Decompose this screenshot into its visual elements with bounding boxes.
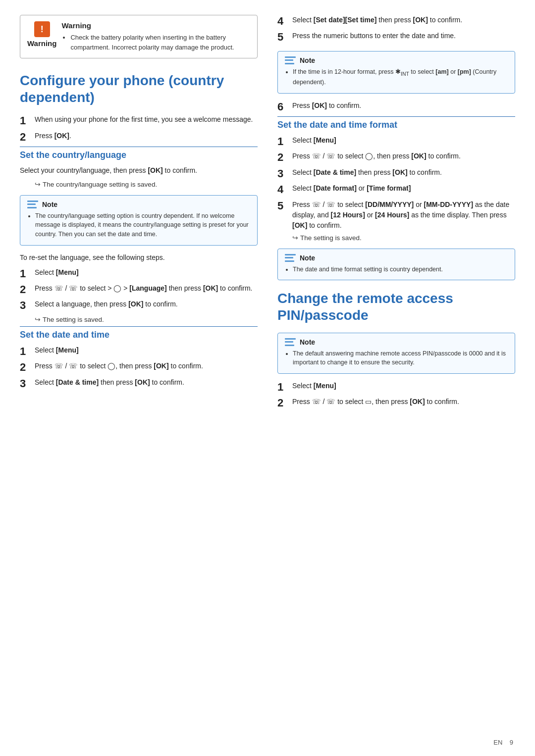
note-header: Note xyxy=(285,56,508,64)
step-item: 4 Select [Date format] or [Time format] xyxy=(277,183,515,196)
step-item: 4 Select [Set date][Set time] then press… xyxy=(277,15,515,28)
step-item: 1 Select [Menu] xyxy=(20,267,258,280)
footer-lang: EN xyxy=(493,739,502,746)
step-item: 2 Press ☏ / ☏ to select ▭, then press [O… xyxy=(277,397,515,409)
note-icon xyxy=(285,56,296,64)
change-pin-title: Change the remote access PIN/passcode xyxy=(277,290,515,323)
step-item: 3 Select a language, then press [OK] to … xyxy=(20,299,258,312)
step-item: 3 Select [Date & time] then press [OK] t… xyxy=(20,377,258,390)
note-icon xyxy=(285,254,296,262)
change-pin-steps: 1 Select [Menu] 2 Press ☏ / ☏ to select … xyxy=(277,381,515,410)
re-set-steps: 1 Select [Menu] 2 Press ☏ / ☏ to select … xyxy=(20,267,258,312)
country-note-box: Note The country/language setting option… xyxy=(20,195,258,246)
set-date-format-steps: 1 Select [Menu] 2 Press ☏ / ☏ to select … xyxy=(277,135,515,231)
warning-box: ! Warning Warning Check the battery pola… xyxy=(20,15,258,58)
re-set-intro: To re-set the language, see the followin… xyxy=(20,252,258,263)
configure-title: Configure your phone (country dependent) xyxy=(20,72,258,105)
configure-steps: 1 When using your phone for the first ti… xyxy=(20,114,258,144)
step-item: 1 Select [Menu] xyxy=(20,345,258,358)
set-country-title: Set the country/language xyxy=(20,147,258,160)
step-item: 1 When using your phone for the first ti… xyxy=(20,114,258,127)
step-item: 2 Press ☏ / ☏ to select ◯, then press [O… xyxy=(277,151,515,164)
step-item: 2 Press ☏ / ☏ to select > ◯ > [Language]… xyxy=(20,283,258,296)
date-format-note-text: The date and time format setting is coun… xyxy=(285,265,508,274)
footer-page: 9 xyxy=(510,739,513,746)
date-time-note-text: If the time is in 12-hour format, press … xyxy=(285,67,508,87)
step-item: 5 Press the numeric buttons to enter the… xyxy=(277,31,515,44)
step-item: 6 Press [OK] to confirm. xyxy=(277,101,515,113)
note-icon xyxy=(27,201,38,208)
step-item: 2 Press [OK]. xyxy=(20,131,258,144)
note-icon xyxy=(285,338,296,346)
page-footer: EN 9 xyxy=(493,739,513,746)
step-item: 1 Select [Menu] xyxy=(277,135,515,148)
date-time-note-box: Note If the time is in 12-hour format, p… xyxy=(277,51,515,94)
step-item: 5 Press ☏ / ☏ to select [DD/MM/YYYY] or … xyxy=(277,200,515,231)
set-date-format-title: Set the date and time format xyxy=(277,116,515,130)
re-set-result: The setting is saved. xyxy=(35,315,258,323)
warning-title: Warning xyxy=(27,39,56,48)
set-date-format-result: The setting is saved. xyxy=(292,234,515,242)
warning-text: Check the battery polarity when insertin… xyxy=(70,33,250,52)
change-pin-note-text: The default answering machine remote acc… xyxy=(285,349,508,368)
step-item: 1 Select [Menu] xyxy=(277,381,515,394)
set-date-title: Set the date and time xyxy=(20,326,258,340)
set-date-cont-steps: 4 Select [Set date][Set time] then press… xyxy=(277,15,515,44)
note-header: Note xyxy=(285,338,508,346)
date-format-note-box: Note The date and time format setting is… xyxy=(277,249,515,281)
country-note-text: The country/language setting option is c… xyxy=(27,211,250,239)
step-item: 3 Select [Date & time] then press [OK] t… xyxy=(277,167,515,180)
warning-title-label: Warning xyxy=(61,21,250,30)
warning-icon: ! xyxy=(34,21,50,37)
set-date-steps: 1 Select [Menu] 2 Press ☏ / ☏ to select … xyxy=(20,345,258,390)
set-country-intro: Select your country/language, then press… xyxy=(20,165,258,176)
set-country-result: The country/language setting is saved. xyxy=(35,180,258,188)
note-header: Note xyxy=(27,201,250,208)
step-item: 2 Press ☏ / ☏ to select ◯, then press [O… xyxy=(20,361,258,374)
change-pin-note-box: Note The default answering machine remot… xyxy=(277,333,515,374)
step-6: 6 Press [OK] to confirm. xyxy=(277,101,515,113)
note-header: Note xyxy=(285,254,508,262)
